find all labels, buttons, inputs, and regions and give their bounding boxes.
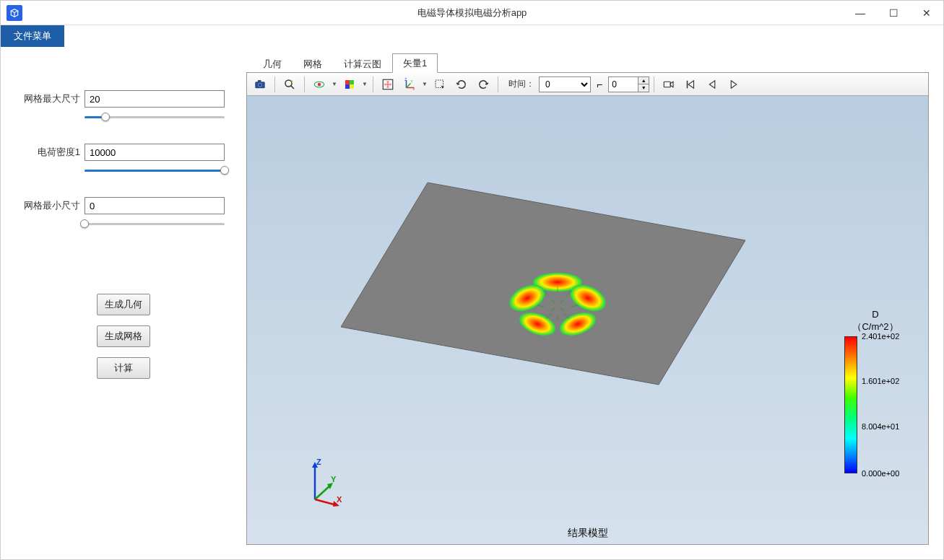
tabbar: 几何 网格 计算云图 矢量1 <box>246 56 929 73</box>
camera-icon[interactable] <box>250 75 270 94</box>
svg-line-33 <box>563 314 569 318</box>
svg-line-43 <box>315 485 331 499</box>
generate-geometry-button[interactable]: 生成几何 <box>97 294 150 315</box>
generate-mesh-button[interactable]: 生成网格 <box>97 325 150 347</box>
select-box-icon[interactable] <box>430 75 450 94</box>
visibility-dropdown[interactable]: ▼ <box>331 81 338 87</box>
max-mesh-slider[interactable] <box>85 110 225 123</box>
max-mesh-input[interactable] <box>85 90 225 108</box>
field-result <box>485 269 630 341</box>
viewport-3d[interactable]: Z Y X D （C/m^2） <box>247 96 928 544</box>
menubar: 文件菜单 <box>1 25 943 47</box>
minimize-button[interactable]: — <box>844 1 877 25</box>
maximize-button[interactable]: ☐ <box>877 1 910 25</box>
colormap-dropdown[interactable]: ▼ <box>361 81 368 87</box>
svg-line-31 <box>571 305 578 307</box>
svg-text:Y: Y <box>411 79 413 83</box>
frame-spinner[interactable]: ▲ ▼ <box>608 76 649 92</box>
svg-line-39 <box>560 308 565 311</box>
first-frame-icon[interactable] <box>680 75 701 94</box>
zoom-icon[interactable] <box>280 75 300 94</box>
svg-line-38 <box>550 308 555 311</box>
param-label: 电荷密度1 <box>22 146 85 159</box>
rotate-ccw-icon[interactable] <box>451 75 472 94</box>
svg-line-15 <box>407 83 411 87</box>
viewer-toolbar: ▼ ▼ ZXY ▼ <box>247 73 928 96</box>
colorbar: D （C/m^2） 2.401e+02 1.601e+02 8.004e+01 … <box>836 309 915 473</box>
spin-up[interactable]: ▲ <box>638 77 649 84</box>
min-mesh-input[interactable] <box>85 197 225 214</box>
param-row-charge-density: 电荷密度1 <box>22 144 225 161</box>
svg-line-5 <box>291 85 295 89</box>
svg-text:Z: Z <box>404 78 407 82</box>
time-select[interactable]: 0 <box>539 76 591 92</box>
next-frame-icon[interactable] <box>724 75 744 94</box>
window-title: 电磁导体模拟电磁分析app <box>417 6 527 19</box>
main-area: 几何 网格 计算云图 矢量1 ▼ <box>246 47 943 559</box>
right-angle-icon: ⌐ <box>597 79 602 90</box>
svg-line-37 <box>560 299 565 302</box>
titlebar: 电磁导体模拟电磁分析app — ☐ ✕ <box>1 1 943 25</box>
app-icon <box>7 5 22 21</box>
time-label: 时间： <box>508 78 534 90</box>
frame-input[interactable] <box>609 77 638 92</box>
svg-text:X: X <box>413 87 415 90</box>
prev-frame-icon[interactable] <box>702 75 722 94</box>
svg-rect-9 <box>350 80 354 84</box>
param-label: 网格最小尺寸 <box>22 199 85 212</box>
action-buttons: 生成几何 生成网格 计算 <box>22 294 225 379</box>
axes-icon[interactable]: ZXY <box>399 75 420 94</box>
svg-text:Z: Z <box>316 458 321 466</box>
fit-view-icon[interactable] <box>378 75 398 94</box>
tab-contour[interactable]: 计算云图 <box>333 54 392 73</box>
svg-point-25 <box>557 308 599 340</box>
colorbar-title: D （C/m^2） <box>836 309 915 333</box>
file-menu[interactable]: 文件菜单 <box>1 25 64 47</box>
svg-line-36 <box>550 299 555 302</box>
svg-rect-3 <box>258 80 261 82</box>
svg-rect-11 <box>350 84 354 89</box>
rotate-cw-icon[interactable] <box>473 75 493 94</box>
svg-rect-20 <box>664 82 670 87</box>
svg-rect-8 <box>345 80 350 84</box>
svg-text:X: X <box>337 495 342 504</box>
colormap-icon[interactable] <box>339 75 360 94</box>
record-icon[interactable] <box>659 75 679 94</box>
charge-density-slider[interactable] <box>85 164 225 177</box>
param-label: 网格最大尺寸 <box>22 92 85 105</box>
min-mesh-slider[interactable] <box>85 217 225 230</box>
svg-point-7 <box>318 82 321 86</box>
viewer-frame: ▼ ▼ ZXY ▼ <box>246 72 929 545</box>
axis-triad: Z Y X <box>302 458 345 508</box>
svg-line-32 <box>546 314 552 318</box>
sidebar: 网格最大尺寸 电荷密度1 网格最小尺寸 生成几何 生成网格 <box>1 47 246 559</box>
close-button[interactable]: ✕ <box>910 1 943 25</box>
param-row-min-mesh: 网格最小尺寸 <box>22 197 225 214</box>
svg-point-2 <box>259 84 261 86</box>
visibility-icon[interactable] <box>309 75 329 94</box>
svg-text:Y: Y <box>331 475 337 484</box>
window-controls: — ☐ ✕ <box>844 1 943 25</box>
param-row-max-mesh: 网格最大尺寸 <box>22 90 225 108</box>
colorbar-ticks: 2.401e+02 1.601e+02 8.004e+01 0.000e+00 <box>857 336 915 473</box>
svg-rect-10 <box>345 84 350 89</box>
axes-dropdown[interactable]: ▼ <box>421 81 428 87</box>
content-area: 网格最大尺寸 电荷密度1 网格最小尺寸 生成几何 生成网格 <box>1 47 943 559</box>
viewport-caption: 结果模型 <box>568 527 608 540</box>
svg-point-26 <box>516 308 558 340</box>
spin-down[interactable]: ▼ <box>638 84 649 92</box>
colorbar-gradient <box>844 336 857 473</box>
tab-geometry[interactable]: 几何 <box>252 54 293 73</box>
charge-density-input[interactable] <box>85 144 225 161</box>
tab-mesh[interactable]: 网格 <box>293 54 333 73</box>
svg-line-30 <box>537 305 545 307</box>
compute-button[interactable]: 计算 <box>97 357 150 379</box>
tab-vector1[interactable]: 矢量1 <box>392 53 438 73</box>
